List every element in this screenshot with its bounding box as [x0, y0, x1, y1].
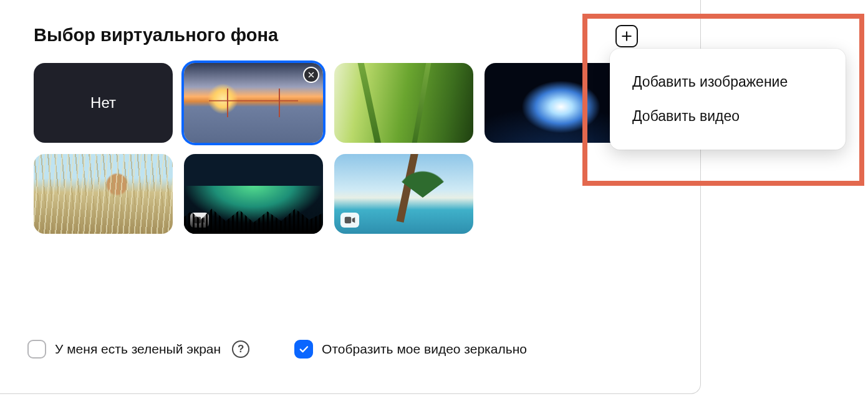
add-image-menu-item[interactable]: Добавить изображение	[610, 65, 846, 99]
check-icon	[298, 344, 309, 355]
background-tile-space[interactable]	[485, 63, 624, 143]
svg-rect-1	[345, 217, 352, 224]
background-tile-beach[interactable]	[334, 154, 473, 234]
mirror-video-label: Отобразить мое видео зеркально	[322, 342, 527, 357]
green-screen-checkbox[interactable]	[27, 340, 46, 359]
video-icon	[194, 216, 205, 224]
green-screen-label: У меня есть зеленый экран	[55, 342, 221, 357]
video-badge	[190, 213, 209, 228]
question-icon: ?	[238, 343, 244, 355]
plus-icon	[620, 30, 633, 42]
add-background-menu: Добавить изображение Добавить видео	[610, 49, 846, 150]
video-icon	[344, 216, 355, 224]
background-tile-aurora[interactable]	[184, 154, 323, 234]
background-tile-cougar[interactable]	[34, 154, 173, 234]
none-label: Нет	[90, 94, 116, 112]
video-badge	[340, 213, 359, 228]
svg-rect-0	[195, 217, 201, 224]
background-tile-none[interactable]: Нет	[34, 63, 173, 143]
options-row: У меня есть зеленый экран ? Отобразить м…	[27, 340, 527, 359]
close-icon	[307, 71, 315, 79]
background-tile-grass[interactable]	[334, 63, 473, 143]
background-grid: Нет	[34, 63, 657, 234]
add-video-menu-item[interactable]: Добавить видео	[610, 99, 846, 133]
virtual-background-panel: Выбор виртуального фона Нет	[0, 0, 701, 394]
section-title: Выбор виртуального фона	[34, 25, 667, 46]
background-tile-bridge[interactable]	[184, 63, 323, 143]
green-screen-help-button[interactable]: ?	[232, 340, 249, 358]
mirror-video-checkbox[interactable]	[294, 340, 313, 359]
add-background-button[interactable]	[615, 25, 638, 47]
remove-background-button[interactable]	[303, 67, 319, 83]
